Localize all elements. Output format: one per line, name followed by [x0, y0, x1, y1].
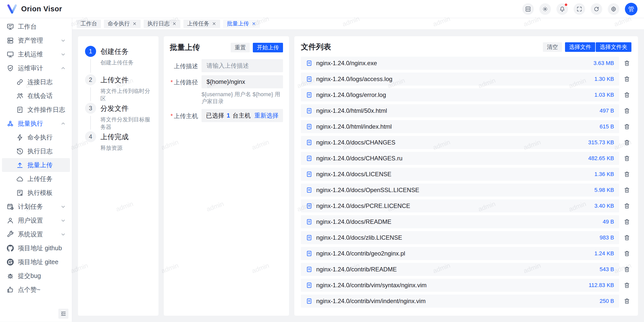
sidebar-item[interactable]: 连接日志	[2, 75, 70, 89]
reselect-host-link[interactable]: 重新选择	[254, 112, 278, 120]
batch-exec-icon	[7, 120, 14, 127]
delete-file-button[interactable]	[622, 138, 631, 147]
file-bar: nginx-1.24.0/logs/access.log1.30 KB	[301, 73, 619, 86]
delete-file-button[interactable]	[622, 297, 631, 306]
reset-button[interactable]: 重置	[231, 43, 250, 52]
sidebar: 工作台资产管理主机运维运维审计连接日志在线会话文件操作日志批量执行命令执行执行日…	[0, 18, 72, 322]
sidebar-item[interactable]: 在线会话	[2, 89, 70, 103]
file-icon	[306, 219, 312, 225]
sidebar-item[interactable]: 项目地址 github	[2, 241, 70, 255]
delete-file-button[interactable]	[622, 170, 631, 179]
tab[interactable]: 工作台	[77, 20, 101, 28]
gear-icon[interactable]	[608, 3, 619, 15]
file-bar: nginx-1.24.0/contrib/README543 B	[301, 263, 619, 276]
delete-file-button[interactable]	[622, 122, 631, 131]
delete-file-button[interactable]	[622, 233, 631, 242]
collapse-sidebar-button[interactable]	[58, 309, 68, 319]
sidebar-item[interactable]: 用户设置	[2, 213, 70, 227]
file-icon	[306, 92, 312, 98]
tab[interactable]: 命令执行	[104, 20, 141, 28]
menu-fold-icon	[60, 311, 66, 317]
file-name: nginx-1.24.0/docs/LICENSE	[316, 171, 591, 178]
delete-file-button[interactable]	[622, 75, 631, 84]
sidebar-item[interactable]: 提交bug	[2, 269, 70, 283]
file-icon	[306, 139, 312, 146]
path-label: *上传路径	[170, 75, 198, 106]
file-bar: nginx-1.24.0/docs/CHANGES315.73 KB	[301, 136, 619, 149]
delete-file-button[interactable]	[622, 90, 631, 99]
bell-icon[interactable]	[556, 3, 568, 15]
sidebar-item[interactable]: 资产管理	[2, 33, 70, 47]
sidebar-item[interactable]: 点个赞~	[2, 283, 70, 297]
tab[interactable]: 批量上传	[223, 20, 260, 28]
app-logo[interactable]: Orion Visor	[7, 4, 62, 15]
sidebar-item[interactable]: 执行日志	[2, 144, 70, 158]
file-row: nginx-1.24.0/docs/CHANGES.ru482.65 KB	[301, 152, 631, 165]
clear-files-button[interactable]: 清空	[543, 42, 562, 52]
sidebar-item[interactable]: 计划任务	[2, 200, 70, 213]
gitee-icon	[7, 258, 14, 266]
close-icon[interactable]	[212, 21, 216, 26]
user-avatar[interactable]: 管	[625, 3, 637, 15]
file-name: nginx-1.24.0/nginx.exe	[316, 60, 590, 67]
file-row: nginx-1.24.0/docs/OpenSSL.LICENSE5.98 KB	[301, 184, 631, 197]
code-icon[interactable]	[522, 3, 534, 15]
audit-icon	[7, 64, 14, 72]
delete-file-button[interactable]	[622, 281, 631, 290]
close-icon[interactable]	[132, 21, 137, 26]
step-item: 4上传完成释放资源	[85, 131, 151, 152]
delete-file-button[interactable]	[622, 59, 631, 68]
delete-file-button[interactable]	[622, 201, 631, 210]
tab[interactable]: 执行日志	[144, 20, 180, 28]
refresh-icon[interactable]	[591, 3, 602, 15]
file-row: nginx-1.24.0/html/index.html615 B	[301, 120, 631, 133]
close-icon[interactable]	[172, 21, 177, 26]
upload-path-input[interactable]	[202, 75, 283, 88]
delete-file-button[interactable]	[622, 217, 631, 226]
fullscreen-icon[interactable]	[574, 3, 585, 15]
dashboard-icon	[7, 23, 14, 30]
start-upload-button[interactable]: 开始上传	[253, 43, 283, 52]
sidebar-item[interactable]: 执行模板	[2, 186, 70, 200]
delete-file-button[interactable]	[622, 154, 631, 163]
file-bar: nginx-1.24.0/contrib/vim/indent/nginx.vi…	[301, 295, 619, 308]
sidebar-item[interactable]: 主机运维	[2, 47, 70, 61]
tab[interactable]: 上传任务	[183, 20, 220, 28]
sidebar-item[interactable]: 命令执行	[2, 130, 70, 144]
file-bar: nginx-1.24.0/docs/PCRE.LICENCE3.40 KB	[301, 199, 619, 212]
file-list-buttons: 清空 选择文件 选择文件夹	[543, 42, 631, 52]
host-selected-prefix: 已选择	[206, 112, 224, 120]
logo-icon	[7, 4, 18, 15]
upload-description-input[interactable]	[202, 59, 283, 72]
sidebar-item[interactable]: 项目地址 gitee	[2, 255, 70, 269]
sidebar-item[interactable]: 运维审计	[2, 61, 70, 75]
delete-file-button[interactable]	[622, 249, 631, 258]
assets-icon	[7, 37, 14, 44]
host-selector[interactable]: 已选择 1 台主机 重新选择	[202, 109, 283, 122]
choose-file-button[interactable]: 选择文件	[565, 42, 595, 52]
delete-file-button[interactable]	[622, 265, 631, 274]
chevron-down-icon	[60, 204, 66, 209]
sidebar-item[interactable]: 批量上传	[2, 158, 70, 172]
orion-visor-app: Orion Visor 管 工作台资产管理主机运维运维审计连接日志在线会话文件操…	[0, 0, 644, 322]
file-row: nginx-1.24.0/logs/access.log1.30 KB	[301, 73, 631, 86]
sidebar-item[interactable]: 系统设置	[2, 227, 70, 241]
delete-file-button[interactable]	[622, 186, 631, 195]
file-icon	[306, 203, 312, 209]
sidebar-item[interactable]: 批量执行	[2, 117, 70, 130]
file-icon	[306, 266, 312, 273]
step-number: 4	[85, 131, 96, 142]
theme-icon[interactable]	[539, 3, 551, 15]
sidebar-item-label: 命令执行	[27, 133, 53, 141]
chevron-down-icon	[60, 232, 66, 237]
choose-folder-button[interactable]: 选择文件夹	[596, 42, 631, 52]
close-icon[interactable]	[252, 21, 256, 26]
content-area: 1创建任务创建上传任务2上传文件将文件上传到临时分区3分发文件将文件分发到目标服…	[72, 29, 644, 322]
form-row-host: *上传主机 已选择 1 台主机 重新选择	[170, 109, 283, 122]
sidebar-item[interactable]: 上传任务	[2, 172, 70, 186]
step-description: 释放资源	[100, 144, 129, 152]
delete-file-button[interactable]	[622, 106, 631, 115]
sidebar-item[interactable]: 工作台	[2, 20, 70, 33]
sidebar-item[interactable]: 文件操作日志	[2, 103, 70, 117]
description-label: 上传描述	[170, 59, 198, 72]
